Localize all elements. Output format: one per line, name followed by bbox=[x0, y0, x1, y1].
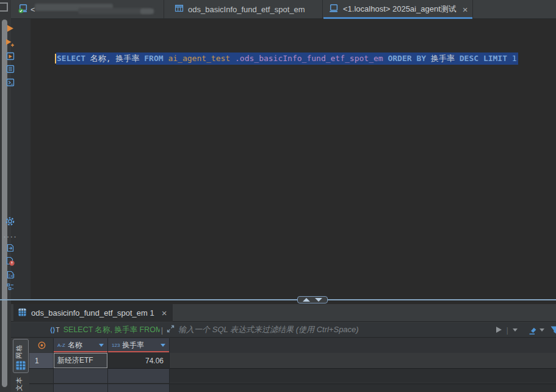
panel-splitter[interactable] bbox=[0, 299, 556, 300]
eraser-icon[interactable] bbox=[527, 325, 538, 335]
sql-schema: ai_agent_test bbox=[168, 54, 230, 63]
console-icon bbox=[328, 3, 339, 15]
filter-input[interactable]: 输入一个 SQL 表达式来过滤结果 (使用 Ctrl+Space) bbox=[178, 324, 359, 335]
empty-row-cells[interactable] bbox=[54, 384, 169, 392]
file-code-icon[interactable]: [x] bbox=[5, 269, 15, 280]
eraser-dropdown-icon[interactable] bbox=[540, 328, 544, 332]
active-tab-underline bbox=[323, 17, 472, 19]
divider: | bbox=[507, 325, 508, 335]
sql-keyword: ORDER BY bbox=[388, 54, 430, 63]
open-in-editor-icon[interactable] bbox=[5, 242, 15, 253]
column-divider bbox=[107, 338, 108, 392]
column-label: 换手率 bbox=[122, 340, 144, 350]
view-tab-text-label: 文本 bbox=[15, 377, 24, 391]
results-tab-title: ods_basicinfo_fund_etf_spot_em 1 bbox=[31, 308, 154, 318]
table-icon bbox=[175, 4, 184, 15]
filter-funnel-icon[interactable] bbox=[551, 325, 556, 335]
column-label: 名称 bbox=[68, 340, 82, 350]
empty-row-gutter bbox=[29, 369, 54, 383]
history-dropdown-icon[interactable] bbox=[513, 328, 518, 332]
console-checked-icon bbox=[18, 3, 28, 15]
column-type-badge: 123 bbox=[112, 343, 120, 348]
sql-text: 换手率 bbox=[431, 54, 455, 63]
view-tab-grid[interactable]: 网格 bbox=[13, 339, 29, 373]
redacted-text-blur bbox=[140, 9, 154, 14]
tab-close-icon[interactable]: × bbox=[463, 4, 468, 15]
structure-icon[interactable] bbox=[5, 281, 15, 292]
target-icon bbox=[37, 341, 46, 350]
column-divider bbox=[169, 338, 170, 392]
grid-cell-turnover[interactable]: 74.06 bbox=[108, 353, 169, 368]
grid-cell-name[interactable]: 新经济ETF bbox=[54, 353, 107, 368]
file-error-icon[interactable] bbox=[5, 256, 15, 266]
column-filter-dropdown-icon[interactable] bbox=[99, 344, 104, 347]
collapse-down-icon[interactable] bbox=[315, 298, 322, 302]
filter-bar-actions: | bbox=[496, 325, 556, 335]
column-type-badge: A-Z bbox=[57, 343, 65, 348]
sql-editor-line[interactable]: SELECT 名称, 换手率 FROM ai_agent_test .ods_b… bbox=[55, 53, 518, 64]
edge-scroll-bar[interactable] bbox=[2, 20, 7, 387]
apply-filter-run-icon[interactable] bbox=[496, 326, 502, 333]
more-dots-icon[interactable]: ···· bbox=[5, 231, 15, 241]
expand-icon[interactable] bbox=[167, 325, 175, 335]
tab-console-redacted[interactable]: < bbox=[15, 0, 164, 18]
ide-window: < ods_basicInfo_fund_etf_spot_em <1.loca… bbox=[0, 0, 556, 392]
filter-caret: | bbox=[161, 325, 163, 335]
executed-query-preview[interactable]: SELECT 名称, 换手率 FROM ai_agen bbox=[63, 325, 160, 335]
sql-keyword: FROM bbox=[144, 54, 163, 63]
sql-keyword: DESC LIMIT bbox=[460, 54, 512, 63]
column-filter-dropdown-icon[interactable] bbox=[161, 344, 165, 347]
sql-number: 1 bbox=[512, 54, 517, 63]
filter-criteria-icon[interactable]: ⟨⟩ T bbox=[50, 326, 60, 334]
grid-view-icon bbox=[16, 361, 26, 372]
empty-row-cells[interactable] bbox=[54, 369, 169, 383]
empty-row-space bbox=[169, 384, 556, 392]
collapse-up-icon[interactable] bbox=[303, 298, 310, 302]
results-tab-close-icon[interactable]: × bbox=[162, 308, 167, 318]
results-tab[interactable]: ods_basicinfo_fund_etf_spot_em 1 × bbox=[13, 304, 173, 322]
column-header-name[interactable]: A-Z 名称 bbox=[54, 338, 107, 352]
tab-console-active[interactable]: <1.localhost> 2025ai_agent测试 × bbox=[323, 0, 472, 18]
terminal-icon[interactable] bbox=[5, 77, 15, 87]
header-underline bbox=[54, 351, 170, 352]
grid-icon bbox=[18, 308, 26, 318]
tab-title: ods_basicInfo_fund_etf_spot_em bbox=[188, 5, 305, 14]
run-icon[interactable] bbox=[5, 23, 15, 34]
tab-separator bbox=[164, 0, 164, 18]
sql-text: 名称, 换手率 bbox=[90, 54, 144, 63]
tab-table-file[interactable]: ods_basicInfo_fund_etf_spot_em bbox=[170, 0, 319, 18]
tab-title: <1.localhost> 2025ai_agent测试 bbox=[343, 4, 457, 15]
empty-row-gutter bbox=[29, 384, 54, 392]
column-header-turnover[interactable]: 123 换手率 bbox=[108, 338, 169, 352]
splitter-handle[interactable] bbox=[297, 296, 328, 303]
sql-keyword: SELECT bbox=[57, 54, 85, 63]
view-tab-text[interactable]: 文本 bbox=[13, 372, 29, 392]
sql-selection: SELECT 名称, 换手率 FROM ai_agent_test .ods_b… bbox=[56, 53, 518, 65]
row-number-cell[interactable]: 1 bbox=[29, 353, 54, 368]
svg-text:[x]: [x] bbox=[8, 273, 15, 278]
run-new-icon[interactable] bbox=[5, 37, 15, 48]
tab-separator bbox=[322, 0, 323, 18]
row-marker-header[interactable] bbox=[29, 338, 54, 352]
empty-row-space bbox=[169, 369, 556, 383]
tab-separator bbox=[472, 0, 473, 18]
grid-filter-bar: ⟨⟩ T SELECT 名称, 换手率 FROM ai_agen | 输入一个 … bbox=[11, 322, 556, 338]
edge-partial-icon bbox=[0, 2, 8, 12]
execute-script-icon[interactable] bbox=[5, 51, 15, 61]
script-output-icon[interactable] bbox=[5, 64, 15, 74]
column-divider bbox=[53, 338, 54, 392]
settings-gear-icon[interactable] bbox=[5, 216, 15, 227]
view-tab-grid-label: 网格 bbox=[15, 344, 24, 359]
sql-table: .ods_basicInfo_fund_etf_spot_em bbox=[235, 54, 383, 63]
row-divider bbox=[29, 368, 556, 369]
row-divider bbox=[29, 383, 556, 384]
